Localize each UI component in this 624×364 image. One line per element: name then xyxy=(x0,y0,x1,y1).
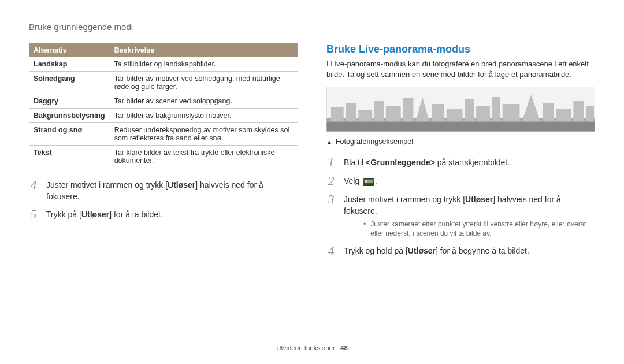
svg-rect-13 xyxy=(476,106,490,121)
table-row: DaggryTar bilder av scener ved soloppgan… xyxy=(29,94,298,109)
options-table: Alternativ Beskrivelse LandskapTa stillb… xyxy=(29,43,298,168)
step-text: Bla til <Grunnleggende> på startskjermbi… xyxy=(344,156,595,169)
panorama-mode-icon xyxy=(363,178,374,186)
opt-cell: Solnedgang xyxy=(29,72,110,94)
step-2: 2 Velg . xyxy=(326,174,595,187)
desc-cell: Ta stillbilder og landskapsbilder. xyxy=(110,57,298,72)
breadcrumb: Bruke grunnleggende modi xyxy=(29,22,595,32)
left-column: Alternativ Beskrivelse LandskapTa stillb… xyxy=(29,43,298,263)
section-heading: Bruke Live-panorama-modus xyxy=(326,43,595,55)
step-4: 4 Juster motivet i rammen og trykk [Utlø… xyxy=(29,179,298,202)
step-text: Trykk på [Utløser] for å ta bildet. xyxy=(46,208,298,221)
table-row: LandskapTa stillbilder og landskapsbilde… xyxy=(29,57,298,72)
step-number: 1 xyxy=(326,156,336,169)
svg-rect-15 xyxy=(503,104,520,121)
triangle-up-icon: ▲ xyxy=(326,139,332,145)
step-number: 4 xyxy=(29,179,38,191)
svg-rect-19 xyxy=(573,101,584,121)
th-option: Alternativ xyxy=(29,43,110,57)
svg-rect-17 xyxy=(543,103,554,121)
step-4b: 4 Trykk og hold på [Utløser] for å begyn… xyxy=(326,244,595,257)
step-text: Trykk og hold på [Utløser] for å begynne… xyxy=(344,244,595,257)
svg-rect-6 xyxy=(374,101,384,121)
table-row: TekstTar klare bilder av tekst fra trykt… xyxy=(29,146,298,168)
step-sub-bullet: Juster kameraet etter punktet ytterst ti… xyxy=(363,220,595,239)
svg-rect-3 xyxy=(331,107,344,121)
svg-rect-4 xyxy=(346,103,356,121)
step-number: 4 xyxy=(326,244,336,257)
table-row: Strand og snøReduser undereksponering av… xyxy=(29,123,298,146)
step-text: Juster motivet i rammen og trykk [Utløse… xyxy=(344,193,595,239)
th-description: Beskrivelse xyxy=(110,43,298,57)
desc-cell: Tar klare bilder av tekst fra trykte ell… xyxy=(110,146,298,168)
step-5: 5 Trykk på [Utløser] for å ta bildet. xyxy=(29,208,298,221)
opt-cell: Daggry xyxy=(29,94,110,109)
page-footer: Utvidede funksjoner 48 xyxy=(0,344,624,351)
svg-rect-1 xyxy=(326,121,595,132)
page-number: 48 xyxy=(340,344,348,351)
desc-cell: Tar bilder av motiver ved solnedgang, me… xyxy=(110,72,298,94)
step-number: 2 xyxy=(326,174,336,187)
desc-cell: Reduser undereksponering av motiver som … xyxy=(110,123,298,146)
svg-rect-7 xyxy=(386,106,401,121)
intro-text: I Live-panorama-modus kan du fotografere… xyxy=(326,59,595,80)
svg-rect-18 xyxy=(556,109,571,121)
step-text: Velg . xyxy=(344,174,595,187)
svg-rect-11 xyxy=(447,109,463,121)
footer-section: Utvidede funksjoner xyxy=(276,344,335,351)
figure-caption: ▲ Fotograferingseksempel xyxy=(326,138,595,146)
opt-cell: Bakgrunnsbelysning xyxy=(29,109,110,123)
svg-rect-8 xyxy=(403,98,414,121)
table-row: SolnedgangTar bilder av motiver ved soln… xyxy=(29,72,298,94)
svg-rect-12 xyxy=(465,99,474,121)
panorama-example-image xyxy=(326,87,595,132)
svg-rect-14 xyxy=(492,97,500,121)
step-text: Juster motivet i rammen og trykk [Utløse… xyxy=(46,179,298,202)
step-1: 1 Bla til <Grunnleggende> på startskjerm… xyxy=(326,156,595,169)
right-column: Bruke Live-panorama-modus I Live-panoram… xyxy=(326,43,595,263)
step-3: 3 Juster motivet i rammen og trykk [Utlø… xyxy=(326,193,595,239)
desc-cell: Tar bilder av scener ved soloppgang. xyxy=(110,94,298,109)
opt-cell: Tekst xyxy=(29,146,110,168)
desc-cell: Tar bilder av bakgrunnslyste motiver. xyxy=(110,109,298,123)
svg-rect-20 xyxy=(586,106,594,121)
svg-rect-5 xyxy=(358,110,372,121)
opt-cell: Landskap xyxy=(29,57,110,72)
svg-rect-10 xyxy=(432,104,444,121)
table-row: BakgrunnsbelysningTar bilder av bakgrunn… xyxy=(29,109,298,123)
step-number: 3 xyxy=(326,193,336,206)
step-number: 5 xyxy=(29,208,38,221)
opt-cell: Strand og snø xyxy=(29,123,110,146)
